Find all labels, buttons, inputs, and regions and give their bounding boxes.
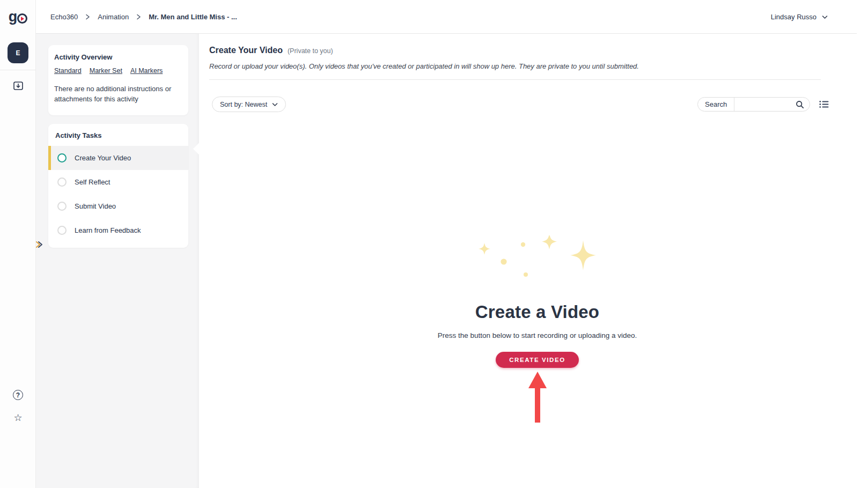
left-rail: g E ? ☆ bbox=[0, 0, 36, 488]
logo-ring bbox=[17, 13, 27, 24]
overview-note: There are no additional instructions or … bbox=[54, 84, 182, 104]
chevron-down-icon bbox=[822, 15, 828, 19]
task-self-reflect[interactable]: Self Reflect bbox=[48, 170, 188, 194]
search-input[interactable] bbox=[734, 98, 795, 111]
breadcrumb-current: Mr. Men and Little Miss - ... bbox=[149, 13, 237, 21]
empty-state-subtitle: Press the button below to start recordin… bbox=[438, 331, 637, 339]
chevron-down-icon bbox=[272, 102, 278, 107]
star-icon[interactable]: ☆ bbox=[0, 413, 36, 423]
user-name: Lindsay Russo bbox=[771, 13, 816, 21]
activity-overview-card: Activity Overview Standard Marker Set AI… bbox=[48, 45, 188, 115]
goreact-logo[interactable]: g bbox=[0, 9, 36, 25]
help-icon[interactable]: ? bbox=[0, 390, 36, 400]
search-button[interactable] bbox=[795, 100, 810, 109]
chevron-right-icon bbox=[136, 14, 141, 20]
list-view-icon bbox=[819, 100, 829, 108]
sort-label: Sort by: Newest bbox=[220, 101, 267, 108]
link-ai-markers[interactable]: AI Markers bbox=[130, 67, 163, 75]
empty-state-title: Create a Video bbox=[475, 302, 599, 322]
top-bar: Echo360 Animation Mr. Men and Little Mis… bbox=[36, 0, 868, 34]
section-description: Record or upload your video(s). Only vid… bbox=[209, 62, 857, 70]
breadcrumb-echo360[interactable]: Echo360 bbox=[50, 13, 78, 21]
task-submit-video[interactable]: Submit Video bbox=[48, 194, 188, 218]
activity-sidebar: Activity Overview Standard Marker Set AI… bbox=[36, 34, 199, 488]
header-divider bbox=[209, 79, 821, 80]
activity-tasks-card: Activity Tasks Create Your Video Self Re… bbox=[48, 124, 188, 248]
task-label: Learn from Feedback bbox=[75, 226, 141, 234]
privacy-label: (Private to you) bbox=[288, 47, 333, 55]
task-label: Create Your Video bbox=[75, 154, 131, 162]
download-tray-icon[interactable] bbox=[0, 80, 36, 91]
chevron-right-icon bbox=[85, 14, 90, 20]
activity-overview-title: Activity Overview bbox=[54, 53, 182, 61]
search-label: Search bbox=[698, 100, 734, 108]
avatar-initial: E bbox=[16, 49, 20, 57]
task-status-circle bbox=[57, 202, 67, 211]
rail-divider bbox=[0, 70, 36, 70]
topbar-divider bbox=[36, 33, 857, 34]
list-view-toggle[interactable] bbox=[819, 100, 829, 108]
list-controls: Sort by: Newest Search bbox=[199, 97, 868, 112]
sparkles-decoration bbox=[473, 235, 602, 277]
sort-dropdown[interactable]: Sort by: Newest bbox=[212, 97, 286, 112]
breadcrumb-animation[interactable]: Animation bbox=[98, 13, 129, 21]
annotation-arrow-up bbox=[528, 372, 547, 423]
create-video-button[interactable]: CREATE VIDEO bbox=[496, 352, 579, 368]
link-marker-set[interactable]: Marker Set bbox=[90, 67, 122, 75]
link-standard[interactable]: Standard bbox=[54, 67, 82, 75]
task-learn-from-feedback[interactable]: Learn from Feedback bbox=[48, 218, 188, 242]
task-create-your-video[interactable]: Create Your Video bbox=[48, 146, 188, 170]
activity-tasks-title: Activity Tasks bbox=[48, 131, 188, 146]
task-status-circle bbox=[57, 226, 67, 235]
overview-links: Standard Marker Set AI Markers bbox=[54, 67, 182, 75]
task-status-circle bbox=[57, 153, 67, 162]
avatar[interactable]: E bbox=[8, 42, 28, 63]
main-content: Create Your Video (Private to you) Recor… bbox=[199, 34, 868, 488]
task-label: Submit Video bbox=[75, 202, 116, 210]
play-icon bbox=[21, 17, 24, 21]
empty-state: Create a Video Press the button below to… bbox=[203, 235, 868, 423]
section-header: Create Your Video (Private to you) Recor… bbox=[199, 34, 868, 70]
logo-text: g bbox=[9, 9, 17, 25]
user-menu[interactable]: Lindsay Russo bbox=[771, 0, 828, 34]
breadcrumb: Echo360 Animation Mr. Men and Little Mis… bbox=[50, 0, 237, 34]
page-title: Create Your Video bbox=[209, 46, 283, 55]
sidebar-expand-handle[interactable] bbox=[34, 239, 44, 250]
search-icon bbox=[796, 100, 804, 109]
task-label: Self Reflect bbox=[75, 178, 110, 186]
search-box: Search bbox=[697, 97, 810, 112]
task-status-circle bbox=[57, 178, 67, 187]
